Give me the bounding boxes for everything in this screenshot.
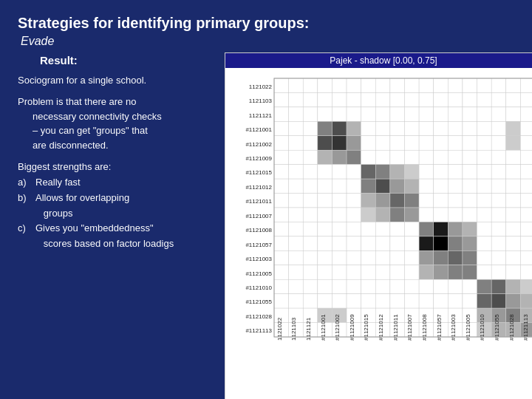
svg-rect-74 [303,136,318,150]
svg-rect-111 [318,165,332,179]
svg-rect-151 [375,194,390,208]
svg-rect-61 [375,121,390,135]
svg-rect-204 [361,236,376,250]
svg-rect-36 [274,107,289,121]
svg-rect-169 [375,208,390,222]
svg-rect-167 [347,208,361,222]
svg-rect-110 [303,165,318,179]
svg-rect-69 [491,121,506,135]
svg-text:#1121028: #1121028 [245,313,272,320]
svg-rect-222 [361,250,376,265]
svg-rect-46 [419,107,434,121]
svg-rect-99 [405,150,420,164]
svg-rect-121 [463,165,477,179]
svg-rect-43 [375,107,390,121]
svg-rect-97 [375,150,390,164]
svg-rect-256 [332,279,347,293]
svg-rect-246 [448,265,463,279]
svg-rect-267 [491,279,506,293]
svg-rect-39 [318,107,332,121]
svg-rect-218 [303,250,318,265]
svg-rect-148 [332,194,347,208]
svg-rect-154 [419,194,434,208]
svg-rect-30 [448,92,463,106]
svg-rect-190 [419,222,434,236]
svg-rect-60 [361,121,376,135]
svg-rect-172 [419,208,434,222]
svg-rect-134 [390,179,405,193]
svg-rect-138 [448,179,463,193]
svg-rect-195 [491,222,506,236]
svg-rect-166 [332,208,347,222]
svg-rect-199 [289,236,304,250]
svg-rect-268 [506,279,521,293]
svg-rect-7 [375,78,390,92]
svg-rect-208 [419,236,434,250]
svg-rect-11 [434,78,449,92]
svg-rect-275 [347,294,361,308]
svg-rect-152 [390,194,405,208]
svg-rect-271 [289,294,304,308]
svg-rect-198 [274,236,289,250]
svg-rect-37 [289,107,304,121]
svg-rect-182 [303,222,318,236]
svg-rect-130 [332,179,347,193]
svg-text:#1121008: #1121008 [245,227,272,233]
svg-rect-243 [405,265,420,279]
svg-rect-115 [375,165,390,179]
svg-rect-98 [390,150,405,164]
svg-rect-52 [506,107,521,121]
svg-rect-68 [477,121,492,135]
svg-rect-55 [289,121,304,135]
svg-rect-278 [390,294,405,308]
problem-text: Problem is that there are no necessary c… [18,95,217,152]
svg-rect-159 [491,194,506,208]
svg-rect-13 [463,78,477,92]
svg-rect-102 [448,150,463,164]
svg-rect-237 [318,265,332,279]
svg-rect-51 [491,107,506,121]
svg-rect-163 [289,208,304,222]
letter-b: b) [18,191,33,222]
svg-rect-104 [477,150,492,164]
svg-rect-228 [448,250,463,265]
svg-rect-192 [448,222,463,236]
svg-rect-132 [361,179,376,193]
svg-rect-240 [361,265,376,279]
svg-rect-250 [506,265,521,279]
svg-rect-119 [434,165,449,179]
svg-rect-53 [520,107,532,121]
svg-rect-161 [520,194,532,208]
left-panel: Result: Sociogram for a single school. P… [18,52,217,399]
svg-rect-85 [463,136,477,150]
svg-rect-17 [520,78,532,92]
svg-rect-197 [520,222,532,236]
matrix-container: 112102211211031121121#1121001#1121002#11… [225,68,532,399]
svg-rect-91 [289,150,304,164]
svg-rect-92 [303,150,318,164]
svg-rect-248 [477,265,492,279]
problem-main: Problem is that there are no [18,96,136,107]
svg-rect-139 [463,179,477,193]
svg-rect-65 [434,121,449,135]
svg-rect-177 [491,208,506,222]
svg-text:#1121002: #1121002 [245,141,272,148]
svg-rect-196 [506,222,521,236]
svg-rect-236 [303,265,318,279]
sociogram-text: Sociogram for a single school. [18,74,217,87]
svg-rect-249 [491,265,506,279]
list-item-a: a) Really fast [18,175,217,191]
svg-text:#1121113: #1121113 [245,327,272,334]
svg-rect-73 [289,136,304,150]
svg-rect-94 [332,150,347,164]
svg-rect-244 [419,265,434,279]
svg-rect-27 [405,92,420,106]
list-item-b: b) Allows for overlapping groups [18,191,217,222]
svg-rect-189 [405,222,420,236]
svg-rect-207 [405,236,420,250]
svg-rect-162 [274,208,289,222]
svg-rect-40 [332,107,347,121]
chart-panel: Pajek - shadow [0.00, 0.75] 112102211211… [225,52,532,399]
svg-rect-136 [419,179,434,193]
svg-text:#1121001: #1121001 [245,126,272,133]
